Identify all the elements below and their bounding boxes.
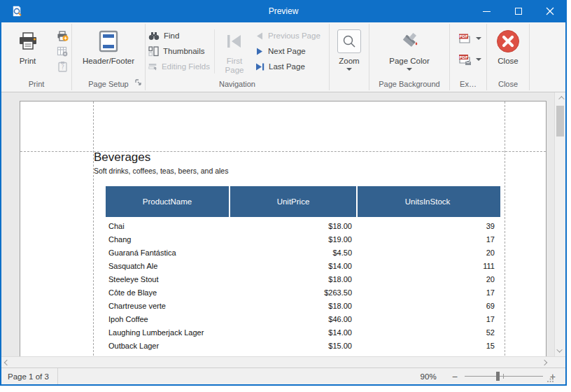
table-row: Laughing Lumberjack Lager$14.0052 [106,326,500,339]
table-cell: Chartreuse verte [106,302,229,310]
zoom-button[interactable]: Zoom [333,25,365,78]
close-window-button[interactable] [534,0,565,22]
first-page-label: First Page [225,57,244,75]
column-header-unitsinstock: UnitsInStock [356,186,498,217]
send-email-dropdown-caret [476,58,481,61]
table-cell: $15.00 [229,342,358,350]
ribbon: Print [1,22,565,92]
table-cell: Guaraná Fantástica [106,248,229,257]
table-cell: 69 [358,302,500,310]
thumbnails-label: Thumbnails [163,47,204,55]
report-page: Beverages Soft drinks, coffees, teas, be… [20,101,547,356]
last-page-button[interactable]: Last Page [253,59,325,74]
table-cell: 17 [358,235,500,244]
editing-fields-button[interactable]: Editing Fields [146,59,213,74]
previous-page-icon [255,32,264,40]
ribbon-group-export: PDF PDF [450,22,486,92]
svg-text:?: ? [61,64,64,71]
page-color-icon [398,31,421,52]
previous-page-button[interactable]: Previous Page [253,28,325,43]
page-setup-icon [57,46,69,57]
margin-guide-right [505,102,505,356]
page-setup-dialog-launcher[interactable] [135,76,142,89]
page-setup-button[interactable] [54,43,71,59]
vertical-scrollbar-thumb[interactable] [556,106,564,136]
table-row: Chartreuse verte$18.0069 [106,299,500,312]
next-page-button[interactable]: Next Page [253,43,325,59]
table-cell: $19.00 [229,235,358,244]
maximize-icon [515,8,522,15]
scroll-right-button[interactable] [539,357,550,368]
table-row: Guaraná Fantástica$4.5020 [106,246,500,259]
table-cell: Chang [106,235,229,244]
editing-fields-label: Editing Fields [162,62,210,71]
table-cell: 52 [358,328,500,337]
scroll-up-button[interactable] [555,92,565,104]
table-cell: $18.00 [229,275,358,284]
export-pdf-icon: PDF [458,32,472,45]
preview-window: Preview [0,0,567,386]
close-preview-button[interactable]: Close [492,25,524,78]
header-footer-button[interactable]: Header/Footer [78,25,139,78]
scroll-down-button[interactable] [555,345,565,356]
item-separator [214,29,215,74]
table-cell: Côte de Blaye [106,288,229,297]
table-cell: $14.00 [229,262,358,270]
svg-text:PDF: PDF [459,55,468,59]
table-cell: 39 [358,222,500,230]
quick-print-button[interactable] [54,28,71,43]
table-row: Ipoh Coffee$46.0017 [106,312,500,326]
thumbnails-button[interactable]: Thumbnails [146,43,213,59]
resize-grip-icon[interactable] [547,375,554,383]
table-cell: $18.00 [229,302,358,310]
minimize-button[interactable] [471,0,502,22]
scroll-left-button[interactable] [1,357,13,368]
table-cell: Outback Lager [106,342,229,350]
zoom-slider[interactable] [465,372,543,381]
first-page-icon [225,33,244,50]
print-button[interactable]: Print [1,25,54,78]
zoom-percentage: 90% [421,372,437,381]
table-row: Côte de Blaye$263.5017 [106,286,500,299]
last-page-label: Last Page [269,62,305,71]
find-icon [148,31,160,41]
ribbon-group-page-setup: Header/Footer Page Setup [72,22,145,92]
print-options-button[interactable]: ? [54,59,71,74]
find-button[interactable]: Find [146,28,213,43]
options-icon: ? [57,61,69,73]
svg-text:PDF: PDF [459,34,468,38]
zoom-out-button[interactable]: − [452,372,458,382]
zoom-slider-track [465,376,543,377]
printer-icon [17,31,38,52]
zoom-slider-tick [503,374,504,379]
page-color-button[interactable]: Page Color [385,25,434,78]
page-color-dropdown-caret [407,68,412,71]
horizontal-scrollbar[interactable] [1,356,565,368]
scrollbar-corner [554,357,565,368]
vertical-scrollbar[interactable] [554,92,565,356]
send-pdf-email-button[interactable]: PDF [455,49,486,70]
export-to-pdf-button[interactable]: PDF [455,28,486,49]
column-header-unitprice: UnitPrice [229,186,356,217]
ribbon-group-zoom: Zoom [330,22,369,92]
screen: Preview [0,0,571,392]
ribbon-group-navigation: Find Thumbnails [146,22,329,92]
page-color-label: Page Color [389,57,430,66]
quick-print-icon [57,30,69,42]
table-cell: Sasquatch Ale [106,262,229,270]
editing-fields-icon [148,62,157,71]
nav-right-column: Previous Page Next Page [253,25,325,78]
document-viewport[interactable]: Beverages Soft drinks, coffees, teas, be… [1,92,565,356]
chevron-up-icon [558,96,564,102]
table-header-row: ProductName UnitPrice UnitsInStock [106,186,500,217]
table-cell: Ipoh Coffee [106,315,229,323]
table-body: Chai$18.0039Chang$19.0017Guaraná Fantást… [106,217,500,352]
table-cell: Steeleye Stout [106,275,229,284]
column-header-productname: ProductName [106,186,229,217]
table-cell: 20 [358,275,500,284]
first-page-button[interactable]: First Page [216,25,253,78]
zoom-slider-thumb[interactable] [496,372,500,381]
page-background-group-label: Page Background [369,78,449,92]
maximize-button[interactable] [502,0,534,22]
print-small-buttons: ? [54,25,71,78]
